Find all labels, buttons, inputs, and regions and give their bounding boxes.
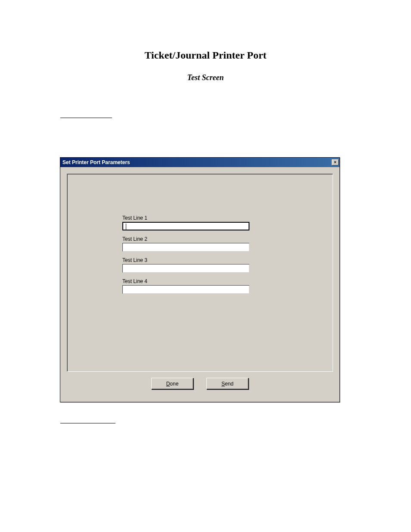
test-line-4-label: Test Line 4 [122,278,333,284]
test-line-4-input[interactable] [122,285,249,294]
test-line-3-input[interactable] [122,264,249,273]
page-subtitle: Test Screen [0,73,411,82]
field-group-4: Test Line 4 [122,278,333,294]
text-caret [126,224,126,230]
test-line-1-input[interactable] [122,222,249,230]
page-title: Ticket/Journal Printer Port [0,50,411,61]
test-line-2-input[interactable] [122,243,249,252]
close-button[interactable]: × [332,159,339,165]
send-button[interactable]: Send [206,378,249,389]
test-line-3-label: Test Line 3 [122,257,333,263]
form-panel: Test Line 1 Test Line 2 Test Line 3 Test… [67,174,333,372]
dialog-body: Test Line 1 Test Line 2 Test Line 3 Test… [60,167,339,402]
divider-top [60,118,112,118]
field-group-3: Test Line 3 [122,257,333,273]
titlebar[interactable]: Set Printer Port Parameters × [60,158,339,167]
dialog-window: Set Printer Port Parameters × Test Line … [60,157,340,402]
button-row: Done Send [67,372,333,395]
field-group-1: Test Line 1 [122,215,333,230]
test-line-1-label: Test Line 1 [122,215,333,221]
close-icon: × [334,160,336,165]
done-button[interactable]: Done [151,378,193,389]
divider-bottom [60,423,115,423]
dialog-title: Set Printer Port Parameters [62,159,130,165]
field-group-2: Test Line 2 [122,236,333,252]
test-line-2-label: Test Line 2 [122,236,333,242]
